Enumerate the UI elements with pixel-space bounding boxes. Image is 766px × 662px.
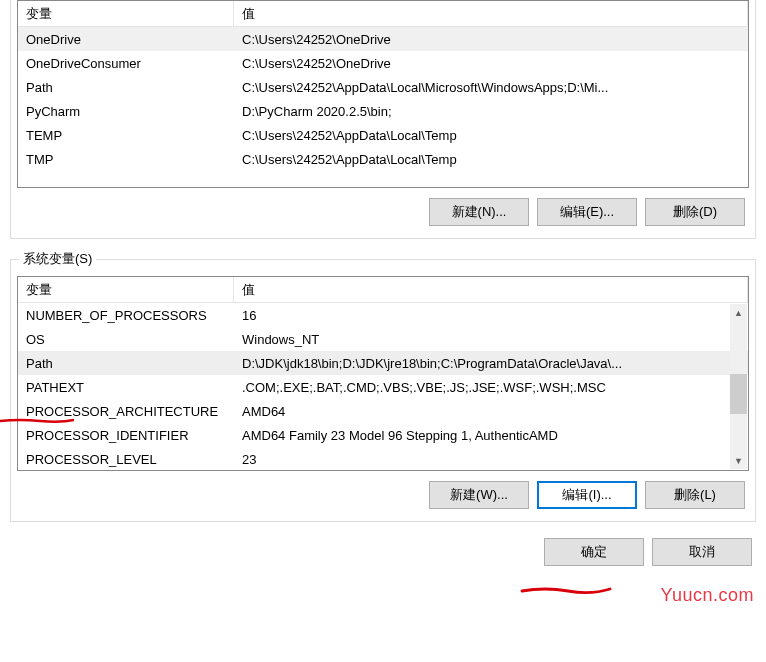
var-value: C:\Users\24252\AppData\Local\Temp (234, 150, 748, 169)
table-row[interactable]: PATHEXT .COM;.EXE;.BAT;.CMD;.VBS;.VBE;.J… (18, 375, 748, 399)
scroll-up-icon[interactable]: ▲ (730, 304, 747, 321)
table-row[interactable]: PyCharm D:\PyCharm 2020.2.5\bin; (18, 99, 748, 123)
var-name: PATHEXT (18, 378, 234, 397)
edit-user-var-button[interactable]: 编辑(E)... (537, 198, 637, 226)
var-value: AMD64 (234, 402, 748, 421)
table-row[interactable]: TEMP C:\Users\24252\AppData\Local\Temp (18, 123, 748, 147)
var-value: Windows_NT (234, 330, 748, 349)
var-name: Path (18, 354, 234, 373)
table-row[interactable]: OS Windows_NT (18, 327, 748, 351)
system-vars-button-row: 新建(W)... 编辑(I)... 删除(L) (17, 471, 749, 515)
column-header-value[interactable]: 值 (234, 277, 748, 303)
list-body: NUMBER_OF_PROCESSORS 16 OS Windows_NT Pa… (18, 303, 748, 471)
list-header: 变量 值 (18, 277, 748, 303)
list-body: OneDrive C:\Users\24252\OneDrive OneDriv… (18, 27, 748, 171)
dialog-button-row: 确定 取消 (0, 530, 766, 576)
var-name: PROCESSOR_IDENTIFIER (18, 426, 234, 445)
var-value: AMD64 Family 23 Model 96 Stepping 1, Aut… (234, 426, 748, 445)
new-user-var-button[interactable]: 新建(N)... (429, 198, 529, 226)
table-row[interactable]: OneDriveConsumer C:\Users\24252\OneDrive (18, 51, 748, 75)
table-row[interactable]: TMP C:\Users\24252\AppData\Local\Temp (18, 147, 748, 171)
annotation-underline-edit (520, 586, 612, 596)
var-name: PyCharm (18, 102, 234, 121)
var-name: NUMBER_OF_PROCESSORS (18, 306, 234, 325)
var-name: Path (18, 78, 234, 97)
table-row[interactable]: PROCESSOR_ARCHITECTURE AMD64 (18, 399, 748, 423)
table-row[interactable]: Path C:\Users\24252\AppData\Local\Micros… (18, 75, 748, 99)
var-name: OneDrive (18, 30, 234, 49)
var-value: 23 (234, 450, 748, 469)
var-value: D:\JDK\jdk18\bin;D:\JDK\jre18\bin;C:\Pro… (234, 354, 748, 373)
ok-button[interactable]: 确定 (544, 538, 644, 566)
user-variables-group: 变量 值 OneDrive C:\Users\24252\OneDrive On… (10, 0, 756, 239)
column-header-variable[interactable]: 变量 (18, 1, 234, 27)
column-header-value[interactable]: 值 (234, 1, 748, 27)
var-name: OneDriveConsumer (18, 54, 234, 73)
cancel-button[interactable]: 取消 (652, 538, 752, 566)
delete-system-var-button[interactable]: 删除(L) (645, 481, 745, 509)
var-value: C:\Users\24252\AppData\Local\Temp (234, 126, 748, 145)
scroll-thumb[interactable] (730, 374, 747, 414)
system-variables-label: 系统变量(S) (19, 250, 96, 268)
scroll-down-icon[interactable]: ▼ (730, 452, 747, 469)
var-value: 16 (234, 306, 748, 325)
var-value: C:\Users\24252\OneDrive (234, 30, 748, 49)
var-value: C:\Users\24252\AppData\Local\Microsoft\W… (234, 78, 748, 97)
var-name: OS (18, 330, 234, 349)
var-value: C:\Users\24252\OneDrive (234, 54, 748, 73)
table-row[interactable]: PROCESSOR_LEVEL 23 (18, 447, 748, 471)
var-name: PROCESSOR_LEVEL (18, 450, 234, 469)
column-header-variable[interactable]: 变量 (18, 277, 234, 303)
user-vars-button-row: 新建(N)... 编辑(E)... 删除(D) (17, 188, 749, 232)
watermark: Yuucn.com (660, 585, 754, 606)
table-row[interactable]: PROCESSOR_IDENTIFIER AMD64 Family 23 Mod… (18, 423, 748, 447)
new-system-var-button[interactable]: 新建(W)... (429, 481, 529, 509)
edit-system-var-button[interactable]: 编辑(I)... (537, 481, 637, 509)
table-row[interactable]: Path D:\JDK\jdk18\bin;D:\JDK\jre18\bin;C… (18, 351, 748, 375)
delete-user-var-button[interactable]: 删除(D) (645, 198, 745, 226)
list-header: 变量 值 (18, 1, 748, 27)
var-name: PROCESSOR_ARCHITECTURE (18, 402, 234, 421)
scrollbar[interactable]: ▲ ▼ (730, 304, 747, 469)
system-variables-list[interactable]: 变量 值 NUMBER_OF_PROCESSORS 16 OS Windows_… (17, 276, 749, 471)
var-value: .COM;.EXE;.BAT;.CMD;.VBS;.VBE;.JS;.JSE;.… (234, 378, 748, 397)
user-variables-list[interactable]: 变量 值 OneDrive C:\Users\24252\OneDrive On… (17, 0, 749, 188)
table-row[interactable]: NUMBER_OF_PROCESSORS 16 (18, 303, 748, 327)
table-row[interactable]: OneDrive C:\Users\24252\OneDrive (18, 27, 748, 51)
var-value: D:\PyCharm 2020.2.5\bin; (234, 102, 748, 121)
var-name: TMP (18, 150, 234, 169)
system-variables-group: 系统变量(S) 变量 值 NUMBER_OF_PROCESSORS 16 OS … (10, 259, 756, 522)
var-name: TEMP (18, 126, 234, 145)
